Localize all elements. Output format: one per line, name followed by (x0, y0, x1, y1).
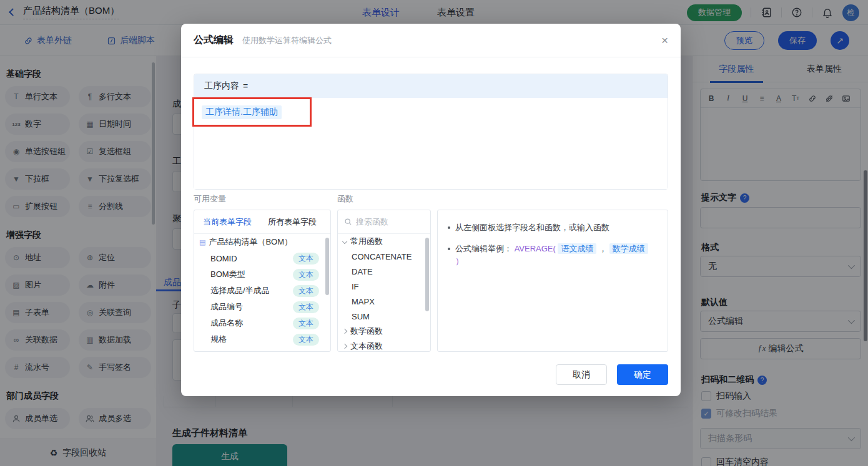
formula-target-field: 工序内容 (204, 80, 239, 92)
function-search-input[interactable] (356, 217, 418, 226)
equals-sign: = (243, 81, 248, 91)
formula-editor-box: 工序内容 = 工序详情.工序辅助 (194, 74, 668, 190)
formula-help-panel: 从左侧面板选择字段名和函数，或输入函数 公式编辑举例： AVERAGE( 语文成… (437, 210, 668, 352)
field-type-badge: 文本 (293, 318, 319, 329)
chevron-icon (342, 329, 347, 334)
example-function-name: AVERAGE( (515, 244, 556, 253)
variable-field-row[interactable]: 选择成品/半成品文本 (194, 283, 330, 299)
formula-token-chip[interactable]: 工序详情.工序辅助 (202, 105, 282, 119)
tab-current-form-fields[interactable]: 当前表单字段 (203, 216, 252, 228)
functions-panel: 常用函数CONCATENATEDATEIFMAPXSUM数学函数文本函数 (337, 210, 431, 352)
variable-field-row[interactable]: 成品名称文本 (194, 315, 330, 331)
chevron-icon (342, 239, 347, 244)
search-icon (344, 218, 352, 226)
variable-field-row[interactable]: 规格文本 (194, 331, 330, 347)
field-type-badge: 文本 (293, 253, 319, 265)
field-type-badge: 文本 (293, 285, 319, 297)
function-item[interactable]: CONCATENATE (338, 249, 430, 264)
function-item[interactable]: MAPX (338, 294, 430, 309)
help-line-1: 从左侧面板选择字段名和函数，或输入函数 (448, 221, 658, 234)
formula-target-row: 工序内容 = (194, 74, 668, 98)
form-doc-icon: ▤ (199, 238, 205, 246)
formula-editor-modal: 公式编辑 使用数学运算符编辑公式 × 工序内容 = 工序详情.工序辅助 可用变量… (181, 24, 681, 396)
function-item[interactable]: IF (338, 279, 430, 294)
variable-field-row[interactable]: 成品编号文本 (194, 299, 330, 315)
variables-label: 可用变量 (194, 193, 226, 205)
modal-footer: 取消 确定 (556, 364, 668, 385)
variables-tree: ▤产品结构清单（BOM）BOMID文本BOM类型文本选择成品/半成品文本成品编号… (194, 234, 330, 347)
bullet-icon (448, 226, 450, 229)
formula-input-area[interactable]: 工序详情.工序辅助 (194, 98, 668, 189)
help-line-2: 公式编辑举例： AVERAGE( 语文成绩 ， 数学成绩 ） (448, 243, 658, 268)
field-type-badge: 文本 (293, 269, 319, 281)
bullet-icon (448, 248, 450, 250)
modal-header: 公式编辑 使用数学运算符编辑公式 × (181, 24, 681, 57)
variables-scrollbar[interactable] (325, 238, 329, 295)
field-type-badge: 文本 (293, 334, 319, 346)
variable-field-row[interactable]: BOM类型文本 (194, 266, 330, 283)
example-chip: 数学成绩 (609, 243, 648, 254)
app-window: 产品结构清单（BOM） 表单设计 表单设置 数据管理 检 表单外链 后端脚本 (0, 0, 868, 466)
functions-label: 函数 (337, 193, 353, 205)
function-group-collapsed[interactable]: 数学函数 (338, 324, 430, 339)
functions-scrollbar[interactable] (425, 238, 429, 311)
chevron-icon (342, 344, 347, 349)
function-search[interactable] (338, 210, 430, 234)
function-item[interactable]: DATE (338, 264, 430, 279)
cancel-button[interactable]: 取消 (556, 364, 607, 385)
example-chip: 语文成绩 (558, 243, 596, 254)
variables-tabs: 当前表单字段 所有表单字段 (194, 210, 330, 234)
variables-tree-root[interactable]: ▤产品结构清单（BOM） (194, 234, 330, 250)
confirm-button[interactable]: 确定 (617, 364, 668, 385)
field-type-badge: 文本 (293, 301, 319, 313)
variable-field-row[interactable]: BOMID文本 (194, 250, 330, 266)
function-group-expanded[interactable]: 常用函数 (338, 234, 430, 249)
function-group-collapsed[interactable]: 文本函数 (338, 339, 430, 352)
modal-subtitle: 使用数学运算符编辑公式 (242, 35, 332, 46)
variables-panel: 当前表单字段 所有表单字段 ▤产品结构清单（BOM）BOMID文本BOM类型文本… (194, 210, 331, 352)
function-item[interactable]: SUM (338, 309, 430, 324)
modal-title: 公式编辑 (194, 34, 234, 47)
close-icon[interactable]: × (661, 34, 668, 46)
tab-all-form-fields[interactable]: 所有表单字段 (268, 216, 317, 228)
functions-tree: 常用函数CONCATENATEDATEIFMAPXSUM数学函数文本函数 (338, 234, 430, 352)
